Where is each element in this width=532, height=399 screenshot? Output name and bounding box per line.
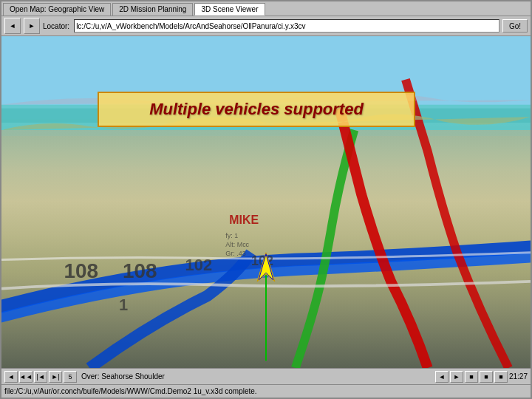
bottom-text: file:/C:/u,v/Aur/or.conch/buife/Models/W… [4, 387, 257, 395]
svg-text:Gr: .43: Gr: .43 [225, 250, 245, 257]
tab-geographic-view[interactable]: Open Map: Geographic View [3, 3, 111, 16]
nav-forward3-icon[interactable]: ►| [49, 371, 62, 383]
status-bar: ◄ ◄◄ |◄ ►| 5 Over: Seahorse Shoulder ◄ ►… [1, 368, 531, 384]
highlight-text: Multiple vehicles supported [149, 100, 364, 119]
tab-bar: Open Map: Geographic View 2D Mission Pla… [1, 1, 531, 16]
svg-text:102: 102 [185, 256, 212, 274]
app-window: Open Map: Geographic View 2D Mission Pla… [0, 0, 532, 399]
svg-text:108: 108 [64, 259, 98, 282]
nav-back-icon[interactable]: ◄ [4, 371, 18, 383]
status-back-icon[interactable]: ◄ [435, 371, 449, 383]
status-coords: 21:27 [509, 372, 528, 381]
status-location: Over: Seahorse Shoulder [78, 372, 434, 381]
locator-input[interactable] [74, 19, 499, 33]
nav-back2-icon[interactable]: ◄◄ [19, 371, 33, 383]
status-icon1[interactable]: ■ [465, 371, 478, 383]
go-button[interactable]: Go! [502, 19, 528, 33]
tab-3d-scene[interactable]: 3D Scene Viewer [194, 3, 265, 16]
main-scene: 108 108 102 102 1 MIKE fy: 1 Alt: Mcc Gr… [1, 36, 531, 368]
locator-label: Locator: [43, 22, 69, 30]
svg-text:108: 108 [123, 259, 157, 282]
status-icon3[interactable]: ■ [494, 371, 508, 383]
svg-text:1: 1 [119, 296, 128, 314]
forward-icon[interactable]: ► [24, 18, 40, 34]
tab-2d-mission[interactable]: 2D Mission Planning [112, 3, 193, 16]
status-icon2[interactable]: ■ [480, 371, 493, 383]
nav-num-icon[interactable]: 5 [64, 371, 77, 383]
highlight-box: Multiple vehicles supported [98, 92, 415, 127]
svg-text:fy: 1: fy: 1 [225, 232, 238, 239]
toolbar: ◄ ► Locator: Go! [1, 16, 531, 36]
bottom-bar: file:/C:/u,v/Aur/or.conch/buife/Models/W… [1, 384, 531, 398]
back-icon[interactable]: ◄ [4, 18, 21, 34]
status-forward-icon[interactable]: ► [450, 371, 463, 383]
map-overlay: 108 108 102 102 1 MIKE fy: 1 Alt: Mcc Gr… [1, 36, 531, 368]
nav-back3-icon[interactable]: |◄ [34, 371, 47, 383]
svg-text:Alt: Mcc: Alt: Mcc [225, 241, 249, 248]
svg-text:MIKE: MIKE [229, 214, 259, 226]
